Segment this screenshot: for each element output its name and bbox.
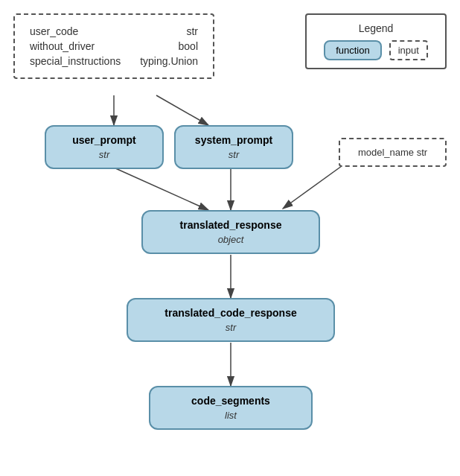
code-segments-node: code_segments list xyxy=(149,386,313,430)
param-type-without-driver: bool xyxy=(132,39,201,54)
model-name-title: model_name str xyxy=(351,147,435,158)
param-name-user-code: user_code xyxy=(27,24,132,39)
input-params-box: user_code str without_driver bool specia… xyxy=(13,13,214,79)
system-prompt-type: str xyxy=(188,149,280,160)
legend-title: Legend xyxy=(317,22,435,34)
legend-box: Legend function input xyxy=(305,13,447,69)
user-prompt-title: user_prompt xyxy=(58,134,150,146)
translated-code-response-node: translated_code_response str xyxy=(127,298,335,342)
system-prompt-node: system_prompt str xyxy=(174,125,293,169)
param-name-special-instructions: special_instructions xyxy=(27,54,132,69)
user-prompt-node: user_prompt str xyxy=(45,125,164,169)
legend-function-item: function xyxy=(324,40,382,60)
param-row-special-instructions: special_instructions typing.Union xyxy=(27,54,201,69)
translated-response-title: translated_response xyxy=(155,219,307,231)
translated-code-response-title: translated_code_response xyxy=(140,307,322,319)
param-type-special-instructions: typing.Union xyxy=(132,54,201,69)
param-row-without-driver: without_driver bool xyxy=(27,39,201,54)
legend-items: function input xyxy=(317,40,435,60)
param-row-user-code: user_code str xyxy=(27,24,201,39)
translated-code-response-type: str xyxy=(140,322,322,333)
svg-line-2 xyxy=(156,95,208,125)
diagram-container: user_code str without_driver bool specia… xyxy=(0,0,460,476)
svg-line-3 xyxy=(283,160,350,209)
user-prompt-type: str xyxy=(58,149,150,160)
code-segments-type: list xyxy=(162,410,299,421)
code-segments-title: code_segments xyxy=(162,395,299,407)
model-name-node: model_name str xyxy=(339,138,447,167)
legend-input-item: input xyxy=(389,40,428,60)
translated-response-type: object xyxy=(155,234,307,245)
translated-response-node: translated_response object xyxy=(141,210,320,254)
param-type-user-code: str xyxy=(132,24,201,39)
param-name-without-driver: without_driver xyxy=(27,39,132,54)
svg-line-4 xyxy=(114,168,208,210)
system-prompt-title: system_prompt xyxy=(188,134,280,146)
